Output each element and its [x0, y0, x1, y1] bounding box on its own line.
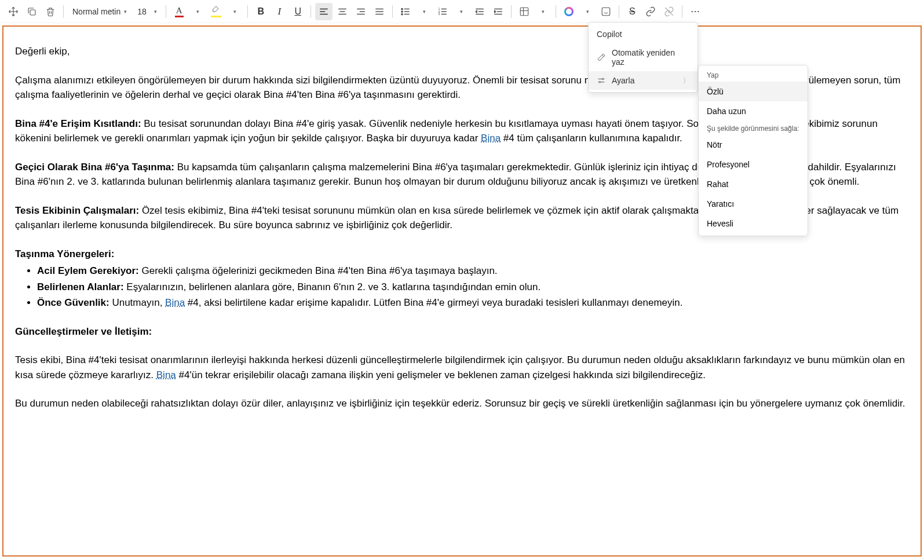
submenu-enthusiastic[interactable]: Hevesli [699, 214, 808, 233]
svg-rect-8 [602, 8, 611, 16]
copy-icon[interactable] [23, 3, 41, 20]
list-item: Önce Güvenlik: Unutmayın, Bina #4, aksi … [37, 295, 909, 310]
guidelines-list: Acil Eylem Gerekiyor: Gerekli çalışma öğ… [15, 263, 909, 310]
link-button[interactable] [642, 3, 659, 20]
menu-adjust[interactable]: Ayarla 〉 [589, 71, 697, 90]
svg-text:3: 3 [439, 12, 440, 16]
font-size-dropdown[interactable]: 18 ▾ [133, 3, 162, 20]
section-guidelines-header: Taşınma Yönergeleri: [15, 247, 909, 262]
adjust-submenu: Yap Özlü Daha uzun Şu şekilde görünmesin… [698, 65, 808, 236]
highlight-chevron[interactable]: ▾ [226, 3, 243, 20]
submenu-creative[interactable]: Yaratıcı [699, 194, 808, 214]
table-button[interactable] [516, 3, 533, 20]
greeting: Değerli ekip, [15, 44, 909, 59]
submenu-header-make: Yap [699, 68, 808, 82]
sticker-button[interactable] [597, 3, 615, 20]
number-list-chevron[interactable]: ▾ [452, 3, 470, 20]
svg-point-1 [401, 8, 403, 9]
section-updates-header: Güncelleştirmeler ve İletişim: [15, 324, 909, 339]
delete-icon[interactable] [42, 3, 59, 20]
list-item: Belirlenen Alanlar: Eşyalarınızın, belir… [37, 280, 909, 295]
chevron-down-icon: ▾ [124, 9, 127, 14]
highlight-button[interactable] [207, 3, 225, 20]
font-color-chevron[interactable]: ▾ [189, 3, 206, 20]
updates-paragraph: Tesis ekibi, Bina #4'teki tesisat onarım… [15, 353, 909, 382]
closing-paragraph: Bu durumun neden olabileceği rahatsızlık… [15, 396, 909, 411]
chevron-down-icon: ▾ [154, 9, 157, 14]
style-label: Normal metin [72, 7, 120, 16]
italic-button[interactable]: I [271, 3, 288, 20]
list-item: Acil Eylem Gerekiyor: Gerekli çalışma öğ… [37, 263, 909, 279]
align-center-button[interactable] [334, 3, 351, 20]
menu-copilot[interactable]: Copilot [589, 25, 697, 43]
bullet-list-chevron[interactable]: ▾ [415, 3, 433, 20]
more-button[interactable]: ⋯ [686, 3, 704, 20]
submenu-header-tone: Şu şekilde görünmesini sağla: [699, 121, 808, 135]
style-dropdown[interactable]: Normal metin ▾ [68, 3, 132, 20]
table-chevron[interactable]: ▾ [534, 3, 552, 20]
move-icon[interactable] [5, 3, 22, 20]
svg-point-3 [401, 13, 403, 14]
increase-indent-button[interactable] [490, 3, 507, 20]
unlink-button[interactable] [660, 3, 678, 20]
submenu-concise[interactable]: Özlü [699, 82, 808, 101]
chevron-right-icon: 〉 [683, 76, 689, 85]
strikethrough-button[interactable]: S [623, 3, 641, 20]
number-list-button[interactable]: 123 [434, 3, 451, 20]
menu-rewrite[interactable]: Otomatik yeniden yaz [589, 43, 697, 71]
toolbar: Normal metin ▾ 18 ▾ A ▾ ▾ B I U ▾ 123 ▾ … [0, 0, 924, 23]
bullet-list-button[interactable] [397, 3, 414, 20]
font-color-button[interactable]: A [170, 3, 188, 20]
submenu-casual[interactable]: Rahat [699, 174, 808, 194]
underline-button[interactable]: U [289, 3, 306, 20]
bold-button[interactable]: B [252, 3, 269, 20]
adjust-icon [597, 76, 606, 85]
link-bina[interactable]: Bina [156, 369, 176, 380]
link-bina[interactable]: Bina [481, 133, 501, 144]
copilot-chevron[interactable]: ▾ [579, 3, 596, 20]
svg-rect-7 [521, 8, 529, 16]
copilot-menu: Copilot Otomatik yeniden yaz Ayarla 〉 [588, 22, 698, 93]
font-size-value: 18 [137, 7, 147, 16]
submenu-professional[interactable]: Profesyonel [699, 155, 808, 174]
copilot-button[interactable] [560, 3, 578, 20]
link-bina[interactable]: Bina [165, 297, 185, 308]
svg-point-2 [401, 10, 403, 12]
submenu-longer[interactable]: Daha uzun [699, 101, 808, 121]
align-right-button[interactable] [352, 3, 370, 20]
decrease-indent-button[interactable] [471, 3, 488, 20]
svg-rect-0 [30, 10, 35, 15]
rewrite-icon [597, 53, 606, 62]
align-left-button[interactable] [315, 3, 333, 20]
align-justify-button[interactable] [371, 3, 388, 20]
submenu-neutral[interactable]: Nötr [699, 135, 808, 155]
